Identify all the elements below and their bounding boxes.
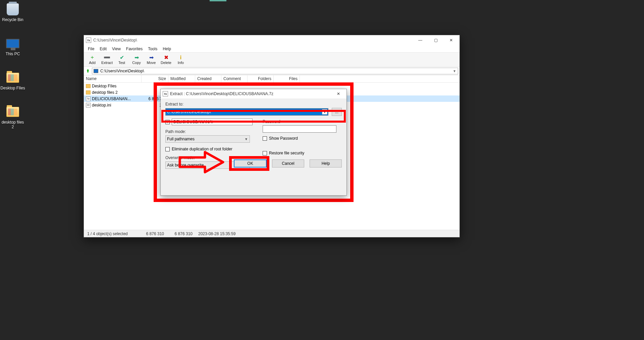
close-button[interactable]: ✕ xyxy=(443,36,459,45)
menu-view[interactable]: View xyxy=(109,46,123,52)
window-title: C:\Users\Vince\Desktop\ xyxy=(93,38,413,43)
address-combo[interactable]: C:\Users\Vince\Desktop\ ▾ xyxy=(92,68,458,74)
extract-path-input[interactable]: C:\Users\Vince\Desktop\ ▾ xyxy=(165,108,328,116)
up-button[interactable]: ⬆ xyxy=(85,68,91,74)
desktop-icon-recycle-bin[interactable]: Recycle Bin xyxy=(0,3,25,22)
window-edge-hint xyxy=(210,0,226,1)
restore-security-checkbox[interactable] xyxy=(263,151,267,155)
maximize-button[interactable]: ▢ xyxy=(428,36,443,45)
dialog-title: Extract : C:\Users\Vince\Desktop\DELICIO… xyxy=(170,91,332,96)
chevron-down-icon[interactable]: ▾ xyxy=(452,69,457,73)
toolbar-add[interactable]: ＋Add xyxy=(85,53,99,66)
status-size-1: 6 876 310 xyxy=(139,231,168,236)
folder-icon xyxy=(86,90,91,94)
subfolder-checkbox[interactable]: ✓ xyxy=(165,120,170,124)
toolbar-move[interactable]: ➡Move xyxy=(144,53,158,66)
ok-button[interactable]: OK xyxy=(234,159,267,167)
address-text: C:\Users\Vince\Desktop\ xyxy=(100,69,144,73)
icon-label: This PC xyxy=(0,52,25,56)
dialog-titlebar[interactable]: 7z Extract : C:\Users\Vince\Desktop\DELI… xyxy=(161,89,346,98)
password-input[interactable] xyxy=(263,125,336,133)
col-name[interactable]: Name xyxy=(84,75,142,82)
toolbar: ＋Add ➖Extract ✔Test ➡Copy ➡Move ✖Delete … xyxy=(84,53,460,67)
toolbar-delete[interactable]: ✖Delete xyxy=(159,53,173,66)
path-mode-label: Path mode: xyxy=(165,129,253,134)
col-folders[interactable]: Folders xyxy=(248,75,274,82)
col-files[interactable]: Files xyxy=(274,75,300,82)
subfolder-input[interactable] xyxy=(172,119,253,125)
show-password-checkbox[interactable] xyxy=(263,136,267,141)
toolbar-test[interactable]: ✔Test xyxy=(115,53,129,66)
extract-dialog: 7z Extract : C:\Users\Vince\Desktop\DELI… xyxy=(160,89,347,196)
this-pc-icon xyxy=(6,37,19,50)
col-created[interactable]: Created xyxy=(195,75,221,82)
app-icon: 7z xyxy=(86,38,91,43)
menu-tools[interactable]: Tools xyxy=(145,46,160,52)
chevron-down-icon[interactable]: ▾ xyxy=(322,109,327,115)
titlebar[interactable]: 7z C:\Users\Vince\Desktop\ — ▢ ✕ xyxy=(84,35,460,45)
ini-icon xyxy=(86,103,91,108)
help-button[interactable]: Help xyxy=(310,159,342,167)
status-date: 2023-08-28 15:35:59 xyxy=(196,231,239,236)
column-headers: Name Size Modified Created Comment Folde… xyxy=(84,75,460,83)
toolbar-copy[interactable]: ➡Copy xyxy=(129,53,144,66)
menu-favorites[interactable]: Favorites xyxy=(123,46,145,52)
address-bar: ⬆ C:\Users\Vince\Desktop\ ▾ xyxy=(84,67,460,75)
col-size[interactable]: Size xyxy=(142,75,168,82)
folder-icon xyxy=(6,105,19,119)
show-password-label: Show Password xyxy=(269,136,298,141)
toolbar-info[interactable]: iInfo xyxy=(174,53,188,66)
folder-icon xyxy=(86,84,91,88)
menu-bar: File Edit View Favorites Tools Help xyxy=(84,45,460,53)
icon-label: Recycle Bin xyxy=(0,17,25,22)
status-bar: 1 / 4 object(s) selected 6 876 310 6 876… xyxy=(84,230,460,237)
desktop-icon-this-pc[interactable]: This PC xyxy=(0,37,25,56)
7z-icon: 7z xyxy=(86,96,91,101)
chevron-down-icon: ▾ xyxy=(244,136,249,142)
app-icon: 7z xyxy=(163,91,168,96)
menu-edit[interactable]: Edit xyxy=(97,46,109,52)
extract-path-text: C:\Users\Vince\Desktop\ xyxy=(167,110,211,114)
desktop-icon-desktop-files-2[interactable]: desktop files 2 xyxy=(0,105,25,129)
menu-file[interactable]: File xyxy=(85,46,97,52)
status-selection: 1 / 4 object(s) selected xyxy=(84,231,139,236)
icon-label: desktop files 2 xyxy=(0,120,25,129)
folder-icon xyxy=(6,71,19,84)
password-label: Password xyxy=(263,119,342,124)
dialog-close-button[interactable]: ✕ xyxy=(332,89,345,98)
restore-security-label: Restore file security xyxy=(269,151,304,155)
icon-label: Desktop FIles xyxy=(0,86,25,90)
eliminate-label: Eliminate duplication of root folder xyxy=(172,147,232,151)
eliminate-checkbox[interactable] xyxy=(165,147,170,151)
list-item[interactable]: Desktop FIles xyxy=(84,83,460,89)
recycle-bin-icon xyxy=(6,3,19,16)
menu-help[interactable]: Help xyxy=(160,46,174,52)
path-mode-select[interactable]: Full pathnames ▾ xyxy=(165,135,250,143)
cancel-button[interactable]: Cancel xyxy=(272,159,304,167)
extract-to-label: Extract to: xyxy=(165,102,342,107)
browse-button[interactable]: ... xyxy=(332,108,342,116)
status-size-2: 6 876 310 xyxy=(168,231,196,236)
col-modified[interactable]: Modified xyxy=(168,75,195,82)
minimize-button[interactable]: — xyxy=(413,36,428,45)
toolbar-extract[interactable]: ➖Extract xyxy=(100,53,114,66)
desktop-icon-desktop-files[interactable]: Desktop FIles xyxy=(0,71,25,90)
pc-icon xyxy=(94,69,98,73)
col-comment[interactable]: Comment xyxy=(221,75,248,82)
